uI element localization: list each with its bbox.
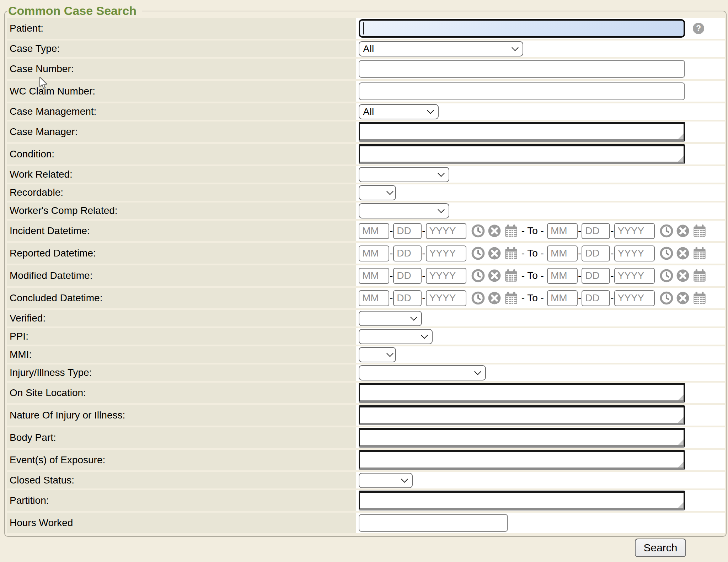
row-closed-status: Closed Status: [7, 472, 725, 488]
row-hours-worked: Hours Worked [7, 513, 725, 533]
partition-input[interactable] [359, 491, 685, 510]
date-separator: - [610, 270, 614, 281]
row-workers-comp-related: Worker's Comp Related: [7, 202, 725, 219]
date-separator: - [610, 292, 614, 304]
case-manager-input[interactable] [359, 122, 685, 142]
mmi-select[interactable] [359, 347, 396, 362]
from-month-input[interactable] [359, 268, 389, 284]
to-year-input[interactable] [614, 245, 655, 261]
on-site-location-input[interactable] [359, 383, 685, 403]
case-type-select[interactable]: All [359, 41, 523, 56]
to-year-input[interactable] [614, 223, 655, 239]
calendar-icon[interactable] [692, 224, 707, 238]
calendar-icon[interactable] [504, 291, 518, 305]
clear-date-icon[interactable] [676, 247, 690, 260]
wc-claim-number-input[interactable] [359, 82, 685, 100]
from-year-input[interactable] [426, 245, 466, 261]
time-picker-icon[interactable] [660, 291, 673, 305]
row-case-management: Case Management: All [7, 103, 725, 120]
hours-worked-input[interactable] [359, 514, 508, 532]
workers-comp-related-select[interactable] [359, 203, 449, 218]
to-day-input[interactable] [582, 245, 610, 261]
calendar-icon[interactable] [504, 246, 518, 260]
clear-date-icon[interactable] [488, 247, 501, 260]
row-body-part: Body Part: [7, 427, 725, 448]
from-year-input[interactable] [426, 268, 466, 284]
to-month-input[interactable] [547, 245, 578, 261]
to-year-input[interactable] [614, 290, 655, 306]
row-case-type: Case Type: All [7, 40, 725, 57]
nature-of-injury-input[interactable] [359, 405, 685, 425]
from-year-input[interactable] [426, 223, 466, 239]
events-of-exposure-label: Event(s) of Exposure: [7, 450, 356, 470]
from-day-input[interactable] [393, 245, 422, 261]
time-picker-icon[interactable] [471, 224, 485, 238]
to-day-input[interactable] [582, 223, 610, 239]
row-case-manager: Case Manager: [7, 121, 725, 142]
case-number-input[interactable] [359, 60, 685, 78]
clear-date-icon[interactable] [488, 269, 501, 282]
to-year-input[interactable] [614, 268, 655, 284]
workers-comp-related-label: Worker's Comp Related: [7, 202, 356, 219]
from-month-input[interactable] [359, 223, 389, 239]
common-case-search-panel: Common Case Search Patient: ? Case Type:… [4, 4, 727, 537]
from-day-input[interactable] [393, 268, 422, 284]
time-picker-icon[interactable] [660, 269, 673, 282]
condition-input[interactable] [359, 144, 685, 164]
date-separator: - [422, 270, 425, 281]
time-picker-icon[interactable] [660, 224, 673, 238]
closed-status-select[interactable] [359, 473, 413, 488]
row-events-of-exposure: Event(s) of Exposure: [7, 450, 725, 470]
to-month-input[interactable] [547, 268, 578, 284]
calendar-icon[interactable] [692, 269, 707, 283]
to-separator: - To - [521, 270, 544, 281]
time-picker-icon[interactable] [660, 247, 673, 260]
row-on-site-location: On Site Location: [7, 383, 725, 403]
case-management-select[interactable]: All [359, 104, 439, 119]
clear-date-icon[interactable] [488, 224, 501, 238]
reported-datetime-range: - - - To - - - [359, 245, 707, 261]
time-picker-icon[interactable] [471, 291, 485, 305]
calendar-icon[interactable] [692, 246, 707, 260]
calendar-icon[interactable] [504, 224, 518, 238]
text-caret [363, 22, 364, 34]
body-part-input[interactable] [359, 428, 685, 448]
to-day-input[interactable] [582, 268, 610, 284]
search-button[interactable]: Search [635, 539, 686, 557]
reported-datetime-label: Reported Datetime: [7, 243, 356, 264]
ppi-select[interactable] [359, 329, 433, 344]
calendar-icon[interactable] [504, 269, 518, 283]
row-reported-datetime: Reported Datetime: - - - To - - - [7, 243, 725, 264]
clear-date-icon[interactable] [488, 291, 501, 305]
date-separator: - [390, 225, 393, 237]
on-site-location-label: On Site Location: [7, 383, 356, 403]
concluded-datetime-range: - - - To - - - [359, 290, 707, 306]
clear-date-icon[interactable] [676, 269, 690, 282]
to-month-input[interactable] [547, 223, 578, 239]
patient-input[interactable] [359, 19, 685, 38]
from-day-input[interactable] [393, 223, 422, 239]
time-picker-icon[interactable] [471, 247, 485, 260]
from-year-input[interactable] [426, 290, 466, 306]
from-month-input[interactable] [359, 290, 389, 306]
from-month-input[interactable] [359, 245, 389, 261]
date-separator: - [422, 292, 425, 304]
modified-datetime-label: Modified Datetime: [7, 265, 356, 286]
from-day-input[interactable] [393, 290, 422, 306]
to-month-input[interactable] [547, 290, 578, 306]
work-related-select[interactable] [359, 167, 449, 182]
clear-date-icon[interactable] [676, 291, 690, 305]
events-of-exposure-input[interactable] [359, 450, 685, 470]
to-day-input[interactable] [582, 290, 610, 306]
row-patient: Patient: ? [7, 18, 725, 39]
help-icon[interactable]: ? [693, 23, 704, 34]
recordable-select[interactable] [359, 185, 396, 200]
injury-illness-type-select[interactable] [359, 365, 486, 380]
calendar-icon[interactable] [692, 291, 707, 305]
concluded-datetime-label: Concluded Datetime: [7, 288, 356, 308]
time-picker-icon[interactable] [471, 269, 485, 282]
clear-date-icon[interactable] [676, 224, 690, 238]
date-separator: - [390, 270, 393, 281]
verified-select[interactable] [359, 311, 422, 326]
mmi-label: MMI: [7, 346, 356, 363]
